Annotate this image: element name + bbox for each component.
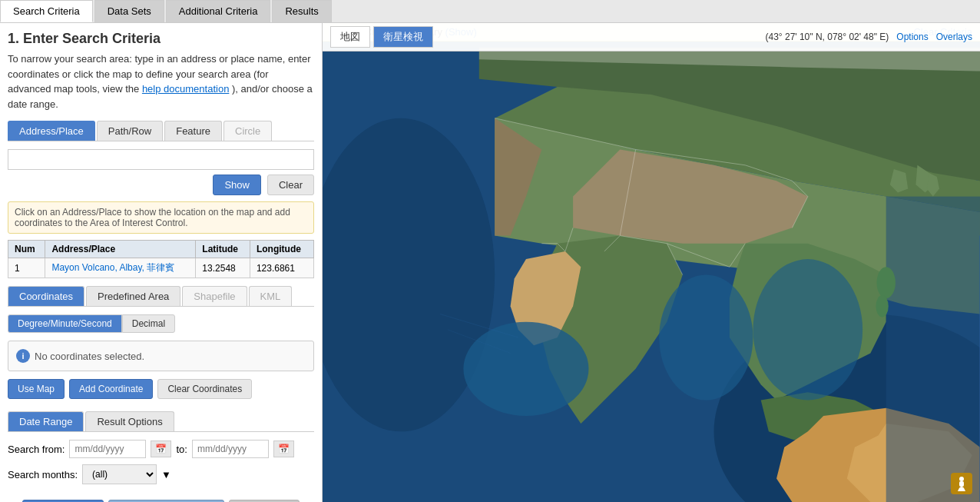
show-button[interactable]: Show: [213, 175, 261, 195]
search-from-calendar[interactable]: 📅: [151, 440, 171, 457]
left-panel: 1. Enter Search Criteria To narrow your …: [0, 23, 323, 502]
coords-btn-row: Use Map Add Coordinate Clear Coordinates: [8, 379, 314, 399]
tab-results[interactable]: Results: [272, 0, 331, 22]
search-months-label: Search months:: [8, 469, 78, 480]
map-type-satellite[interactable]: 衛星検視: [373, 26, 433, 48]
bottom-btn-row: Data Sets » Additional Criteria » Result…: [8, 492, 314, 502]
add-coordinate-button[interactable]: Add Coordinate: [69, 379, 153, 399]
months-dropdown-arrow: ▼: [161, 469, 171, 480]
address-tab-row: Address/Place Path/Row Feature Circle: [8, 121, 314, 141]
cell-place[interactable]: Mayon Volcano, Albay, 菲律賓: [45, 258, 196, 278]
date-from-row: Search from: 📅 to: 📅: [8, 440, 314, 458]
svg-point-8: [876, 295, 888, 317]
help-link[interactable]: help documentation: [142, 83, 229, 95]
svg-point-12: [959, 477, 964, 481]
tab-decimal[interactable]: Decimal: [122, 314, 175, 333]
search-input[interactable]: mayon: [8, 149, 314, 170]
tab-search-criteria[interactable]: Search Criteria: [0, 0, 93, 22]
no-coords-text: No coordinates selected.: [35, 351, 144, 362]
clear-coordinates-button[interactable]: Clear Coordinates: [157, 379, 252, 399]
svg-point-4: [659, 275, 753, 401]
map-type-map[interactable]: 地図: [330, 26, 370, 48]
map-controls-right: (43° 27' 10" N, 078° 02' 48" E) Options …: [766, 32, 973, 42]
cell-num: 1: [8, 258, 45, 278]
svg-point-3: [463, 322, 588, 416]
map-header: 地図 衛星検視 (43° 27' 10" N, 078° 02' 48" E) …: [323, 23, 980, 52]
address-hint: Click on an Address/Place to show the lo…: [8, 201, 314, 234]
address-results-table: Num Address/Place Latitude Longitude 1 M…: [8, 240, 314, 278]
tab-data-sets[interactable]: Data Sets: [94, 0, 164, 22]
col-num: Num: [8, 241, 45, 258]
col-lat: Latitude: [196, 241, 250, 258]
svg-point-7: [876, 267, 895, 298]
tab-predefined-area[interactable]: Predefined Area: [86, 286, 180, 306]
tab-path-row[interactable]: Path/Row: [97, 121, 163, 141]
info-icon: i: [16, 349, 30, 363]
tab-shapefile: Shapefile: [182, 286, 247, 306]
search-to-label: to:: [176, 444, 187, 455]
search-from-label: Search from:: [8, 444, 65, 455]
tab-feature[interactable]: Feature: [164, 121, 222, 141]
col-address: Address/Place: [45, 241, 196, 258]
map-panel: Search Criteria Summary (Show) Clear Cri…: [323, 23, 980, 502]
page-title: 1. Enter Search Criteria: [8, 31, 314, 47]
search-to-calendar[interactable]: 📅: [273, 440, 294, 457]
table-row: 1 Mayon Volcano, Albay, 菲律賓 13.2548 123.…: [8, 258, 314, 278]
map-canvas[interactable]: [323, 48, 980, 502]
svg-rect-6: [886, 197, 980, 502]
main-layout: 1. Enter Search Criteria To narrow your …: [0, 23, 980, 502]
col-lon: Longitude: [250, 241, 313, 258]
no-coords-box: i No coordinates selected.: [8, 341, 314, 371]
months-row: Search months: (all)JanuaryFebruaryMarch…: [8, 464, 314, 484]
months-select[interactable]: (all)JanuaryFebruaryMarchAprilMayJuneJul…: [82, 464, 157, 484]
top-tab-bar: Search Criteria Data Sets Additional Cri…: [0, 0, 980, 23]
tab-coordinates[interactable]: Coordinates: [8, 286, 84, 306]
date-tab-row: Date Range Result Options: [8, 411, 314, 432]
map-options-link[interactable]: Options: [896, 32, 928, 42]
map-coord-display: (43° 27' 10" N, 078° 02' 48" E): [766, 32, 889, 42]
page-description: To narrow your search area: type in an a…: [8, 52, 314, 111]
degree-tab-row: Degree/Minute/Second Decimal: [8, 314, 314, 333]
tab-result-options[interactable]: Result Options: [85, 411, 174, 431]
search-from-input[interactable]: [69, 440, 146, 458]
use-map-button[interactable]: Use Map: [8, 379, 65, 399]
tab-address-place[interactable]: Address/Place: [8, 121, 95, 141]
cell-lat: 13.2548: [196, 258, 250, 278]
map-type-buttons: 地図 衛星検視: [330, 26, 433, 48]
tab-kml: KML: [249, 286, 293, 306]
search-row: mayon Show Clear: [8, 149, 314, 195]
tab-degree-minute-second[interactable]: Degree/Minute/Second: [8, 314, 122, 333]
svg-point-5: [753, 259, 862, 400]
cell-lon: 123.6861: [250, 258, 313, 278]
tab-additional-criteria[interactable]: Additional Criteria: [166, 0, 271, 22]
pegman-icon[interactable]: [951, 473, 972, 494]
map-overlays-link[interactable]: Overlays: [936, 32, 972, 42]
coords-tab-row: Coordinates Predefined Area Shapefile KM…: [8, 286, 314, 307]
tab-date-range[interactable]: Date Range: [8, 411, 84, 431]
search-to-input[interactable]: [192, 440, 269, 458]
clear-button[interactable]: Clear: [267, 175, 314, 195]
tab-circle[interactable]: Circle: [223, 121, 272, 141]
svg-rect-13: [959, 481, 964, 487]
